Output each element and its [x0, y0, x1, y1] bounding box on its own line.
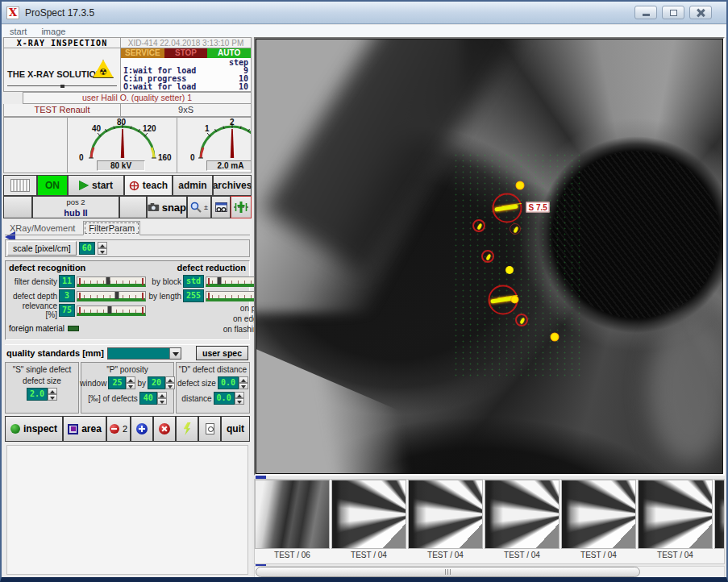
defect-marker-small-circle — [481, 250, 494, 263]
dropdown-field — [108, 348, 169, 359]
next-position-button[interactable] — [119, 196, 147, 218]
minus-circle-icon — [110, 424, 119, 434]
tab-archives[interactable]: archives — [213, 175, 252, 196]
spinner-up-icon[interactable] — [98, 242, 107, 248]
xray-image[interactable]: S 7.5 — [256, 39, 722, 473]
thumbnail-image[interactable] — [408, 480, 483, 549]
relevance-label: relevance [%] — [9, 301, 57, 319]
camera-icon — [148, 202, 160, 212]
start-button[interactable]: start — [68, 175, 124, 196]
thumbnail-image[interactable] — [485, 480, 560, 549]
menu-image[interactable]: image — [41, 27, 65, 36]
thumbnail-image[interactable] — [714, 480, 725, 549]
adjust-button[interactable] — [231, 196, 252, 218]
thumbnail-item[interactable]: TEST / 04 — [485, 480, 560, 563]
report-preview-button[interactable] — [198, 416, 221, 442]
dropdown-arrow-icon[interactable] — [169, 348, 181, 359]
logo-dot — [60, 85, 64, 88]
thumbnail-image[interactable] — [638, 480, 713, 549]
slider-thumb[interactable] — [114, 292, 119, 299]
slider-thumb[interactable] — [108, 306, 112, 314]
ma-needle — [231, 129, 234, 158]
program-name: 9xS — [121, 104, 252, 117]
defect-depth-value: 3 — [59, 289, 75, 302]
defect-marker-big-circle: S 7.5 — [492, 193, 522, 223]
slider-thumb[interactable] — [106, 277, 110, 285]
scrollbar-track[interactable] — [255, 567, 724, 578]
close-button[interactable] — [689, 6, 712, 19]
thumbnail-label: TEST / 04 — [638, 549, 713, 562]
permille-spinner[interactable] — [157, 392, 167, 405]
filter-density-slider[interactable] — [77, 276, 146, 287]
app-window: X ProSpect 17.3.5 start image X-RAY INSP… — [0, 0, 728, 582]
magnifier-icon — [190, 202, 202, 213]
title-bar[interactable]: X ProSpect 17.3.5 — [2, 2, 726, 24]
quit-button[interactable]: quit — [221, 416, 250, 442]
delete-button[interactable] — [153, 416, 176, 442]
auto-button[interactable]: AUTO — [207, 48, 251, 58]
thumbnail-item[interactable]: TEST / 04 — [408, 480, 483, 563]
thumbnail-image[interactable] — [561, 480, 636, 549]
scale-spinner[interactable] — [98, 242, 107, 255]
thumbnail-item[interactable]: TEST / 04 — [638, 480, 713, 563]
snap-label: snap — [162, 202, 186, 214]
snap-button[interactable]: snap — [147, 196, 187, 218]
defect-depth-slider[interactable] — [77, 291, 146, 301]
inspect-led-icon — [10, 424, 20, 434]
defect-panel: defect recognition defect reduction filt… — [5, 260, 250, 340]
prev-position-button[interactable] — [3, 196, 32, 218]
by-spinner[interactable] — [165, 376, 175, 389]
tab-admin[interactable]: admin — [173, 175, 213, 196]
thumbnail-item[interactable]: TEST / 06 — [255, 480, 330, 563]
by-length-label: by length — [146, 292, 181, 301]
tab-filterparam[interactable]: FilterParam — [83, 221, 140, 235]
window-title: ProSpect 17.3.5 — [25, 7, 634, 19]
power-toggle[interactable] — [3, 175, 37, 196]
foreign-material-led[interactable] — [68, 326, 79, 331]
porosity-group: "P" porosity window 25 by 20 [‰] of defe… — [81, 362, 174, 414]
menu-bar: start image — [2, 25, 726, 37]
spinner-down-icon[interactable] — [98, 248, 107, 255]
quality-standards-dropdown[interactable] — [107, 347, 181, 360]
stop-button[interactable]: STOP — [164, 48, 208, 58]
defect-marker-small-circle — [515, 314, 528, 326]
window-spinner[interactable] — [126, 376, 135, 389]
service-button[interactable]: SERVICE — [121, 48, 164, 58]
flash-button[interactable] — [176, 416, 198, 442]
teach-label: teach — [143, 180, 168, 191]
zoom-button[interactable]: ± — [187, 196, 211, 218]
minimize-button[interactable] — [634, 6, 657, 19]
inspect-button[interactable]: inspect — [5, 416, 63, 442]
tab-xray-movement[interactable]: XRay/Movement — [5, 222, 80, 235]
kv-tick: 160 — [158, 153, 172, 161]
x-circle-icon — [159, 423, 170, 434]
distance-spinner[interactable] — [235, 392, 244, 405]
close-icon — [697, 9, 705, 17]
distance-size-spinner[interactable] — [239, 376, 248, 389]
area-button[interactable]: area — [63, 416, 106, 442]
kv-tick: 80 — [117, 118, 127, 127]
maximize-button[interactable] — [662, 6, 684, 19]
image-area: S 7.5 TEST / 06TEST / 04TEST / 04TEST / … — [254, 37, 726, 579]
thumbnail-item[interactable]: TEST / 04 — [714, 480, 725, 563]
tab-teach[interactable]: teach — [124, 175, 173, 196]
thumbnail-image[interactable] — [331, 480, 406, 549]
add-button[interactable] — [131, 416, 153, 442]
thumbnail-scrollbar[interactable] — [254, 566, 725, 579]
user-spec-button[interactable]: user spec — [196, 346, 248, 360]
defect-marker-big-circle2 — [488, 285, 518, 314]
defect-marker-dot — [515, 181, 524, 189]
slider-thumb[interactable] — [217, 277, 221, 285]
defect-overlay: S 7.5 — [256, 39, 722, 473]
scrollbar-thumb[interactable] — [256, 567, 640, 577]
single-defect-size-spinner[interactable] — [48, 388, 57, 401]
viewer-button[interactable] — [211, 196, 231, 218]
relevance-slider[interactable] — [77, 306, 146, 316]
test-name: TEST Renault — [3, 104, 121, 117]
thumbnail-item[interactable]: TEST / 04 — [561, 480, 636, 563]
marker-count-button[interactable]: 2 — [106, 416, 131, 442]
by-label: by — [137, 379, 146, 388]
thumbnail-item[interactable]: TEST / 04 — [331, 480, 406, 563]
menu-start[interactable]: start — [10, 27, 27, 36]
thumbnail-image[interactable] — [255, 480, 330, 549]
